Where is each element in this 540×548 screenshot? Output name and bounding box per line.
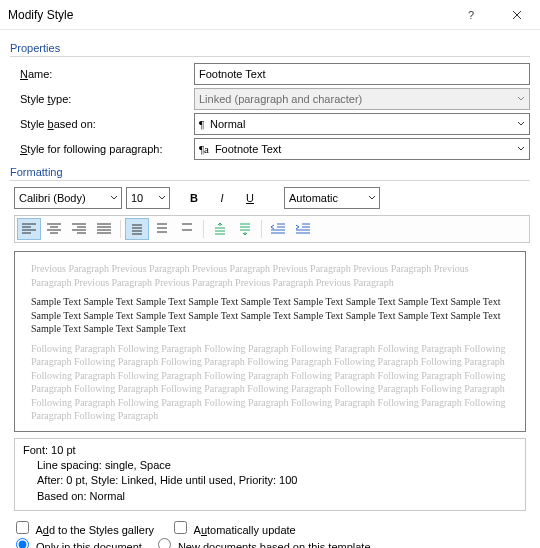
align-justify-icon [96, 222, 112, 236]
indent-decrease-button[interactable] [266, 218, 290, 240]
following-label: Style for following paragraph: [10, 143, 194, 155]
font-size-combo[interactable]: 10 [126, 187, 170, 209]
align-left-button[interactable] [17, 218, 41, 240]
line-spacing-2-icon [179, 222, 195, 236]
align-right-button[interactable] [67, 218, 91, 240]
help-button[interactable]: ? [448, 0, 494, 30]
align-center-button[interactable] [42, 218, 66, 240]
title-bar: Modify Style ? [0, 0, 540, 30]
preview-following: Following Paragraph Following Paragraph … [31, 342, 509, 423]
window-title: Modify Style [0, 8, 448, 22]
align-right-icon [71, 222, 87, 236]
chevron-down-icon [512, 88, 530, 110]
chevron-down-icon[interactable] [512, 138, 530, 160]
desc-based: Based on: Normal [23, 489, 517, 504]
align-justify-button[interactable] [92, 218, 116, 240]
underline-button[interactable]: U [238, 187, 262, 209]
font-color-combo[interactable]: Automatic [284, 187, 380, 209]
pilcrow-icon: ¶a [199, 143, 209, 155]
preview-previous: Previous Paragraph Previous Paragraph Pr… [31, 262, 509, 289]
chevron-down-icon[interactable] [154, 187, 170, 209]
formatting-group-label: Formatting [10, 166, 530, 178]
style-type-select: Linked (paragraph and character) [194, 88, 530, 110]
space-before-inc-icon [212, 222, 228, 236]
divider [10, 56, 530, 57]
following-select[interactable]: ¶aFootnote Text [194, 138, 530, 160]
divider [10, 180, 530, 181]
chevron-down-icon[interactable] [106, 187, 122, 209]
chevron-down-icon[interactable] [364, 187, 380, 209]
add-gallery-checkbox[interactable]: Add to the Styles gallery [16, 521, 154, 536]
desc-font: Font: 10 pt [23, 443, 517, 458]
align-center-icon [46, 222, 62, 236]
spacing-1-button[interactable] [125, 218, 149, 240]
auto-update-checkbox[interactable]: Automatically update [174, 521, 296, 536]
separator [120, 220, 121, 238]
font-name-combo[interactable]: Calibri (Body) [14, 187, 122, 209]
based-on-select[interactable]: ¶Normal [194, 113, 530, 135]
based-on-label: Style based on: [10, 118, 194, 130]
style-type-label: Style type: [10, 93, 194, 105]
separator [203, 220, 204, 238]
align-left-icon [21, 222, 37, 236]
space-before-dec-button[interactable] [233, 218, 257, 240]
indent-increase-icon [295, 222, 311, 236]
line-spacing-1-icon [129, 222, 145, 236]
italic-button[interactable]: I [210, 187, 234, 209]
spacing-2-button[interactable] [175, 218, 199, 240]
desc-after: After: 0 pt, Style: Linked, Hide until u… [23, 473, 517, 488]
desc-spacing: Line spacing: single, Space [23, 458, 517, 473]
name-label: Name: [10, 68, 194, 80]
new-documents-radio[interactable]: New documents based on this template [158, 538, 371, 548]
preview-pane: Previous Paragraph Previous Paragraph Pr… [14, 251, 526, 432]
indent-decrease-icon [270, 222, 286, 236]
indent-increase-button[interactable] [291, 218, 315, 240]
paragraph-toolbar [14, 215, 530, 243]
preview-sample: Sample Text Sample Text Sample Text Samp… [31, 295, 509, 336]
only-document-radio[interactable]: Only in this document [16, 538, 142, 548]
chevron-down-icon[interactable] [512, 113, 530, 135]
name-input[interactable] [194, 63, 530, 85]
space-before-inc-button[interactable] [208, 218, 232, 240]
properties-group-label: Properties [10, 42, 530, 54]
bold-button[interactable]: B [182, 187, 206, 209]
pilcrow-icon: ¶ [199, 118, 204, 130]
separator [261, 220, 262, 238]
space-before-dec-icon [237, 222, 253, 236]
spacing-1.5-button[interactable] [150, 218, 174, 240]
close-button[interactable] [494, 0, 540, 30]
close-icon [512, 10, 522, 20]
line-spacing-1.5-icon [154, 222, 170, 236]
style-description: Font: 10 pt Line spacing: single, Space … [14, 438, 526, 512]
